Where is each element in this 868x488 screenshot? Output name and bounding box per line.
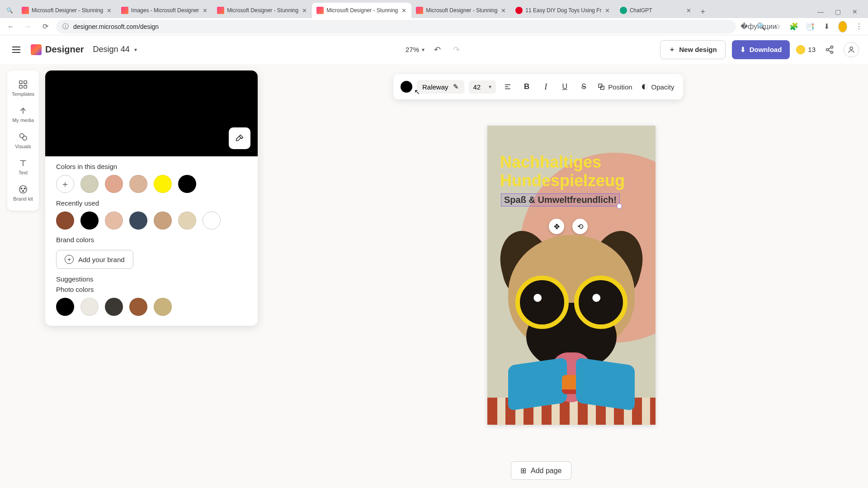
download-button[interactable]: ⬇ Download [732,40,790,59]
color-swatch[interactable] [105,211,123,230]
strikethrough-button[interactable]: S [576,80,591,94]
add-color-button[interactable]: ＋ [56,175,74,193]
close-icon[interactable]: ✕ [500,7,506,14]
zoom-dropdown[interactable]: 27% ▾ [406,46,425,53]
close-icon[interactable]: ✕ [202,7,208,14]
app-root: Designer Design 44 ▾ 27% ▾ ↶ ↷ ＋ New des… [0,35,868,488]
account-button[interactable] [844,42,859,57]
close-icon[interactable]: ✕ [604,7,611,14]
tab-search[interactable]: 🔍 [3,3,17,18]
rail-visuals[interactable]: Visuals [7,127,39,154]
color-swatch[interactable] [203,211,221,230]
heading-line: Nachhaltiges [500,153,601,171]
redo-button[interactable]: ↷ [450,43,462,56]
profile-avatar-icon[interactable] [838,21,847,33]
italic-button[interactable]: I [538,80,553,94]
new-design-label: New design [679,46,717,53]
designer-favicon-icon [416,7,423,14]
color-swatch[interactable] [129,175,147,193]
rail-brand-kit[interactable]: Brand kit [7,180,39,206]
design-canvas[interactable]: Nachhaltiges Hundespielzeug Spaß & Umwel… [487,126,656,425]
font-family-dropdown[interactable]: Raleway ✎ [417,80,464,94]
close-icon[interactable]: ✕ [301,7,307,14]
color-swatch[interactable] [154,211,172,230]
install-app-icon[interactable]: �функции [741,22,750,31]
browser-tab[interactable]: Images - Microsoft Designer✕ [117,3,212,18]
credits-indicator[interactable]: 13 [796,45,816,54]
browser-tab[interactable]: Microsoft Designer - Stunning✕ [212,3,312,18]
reading-list-icon[interactable]: 📑 [806,22,815,31]
font-size-dropdown[interactable]: 42 ▾ [469,80,496,94]
color-swatch[interactable] [129,298,147,316]
align-button[interactable] [500,80,515,94]
site-info-icon[interactable]: ⓘ [62,23,69,31]
minimize-icon[interactable]: — [816,8,825,15]
bookmark-icon[interactable]: ☆ [773,22,782,31]
reload-button[interactable]: ⟳ [39,20,52,33]
underline-button[interactable]: U [557,80,572,94]
color-swatch[interactable] [56,211,74,230]
close-window-icon[interactable]: ✕ [851,8,859,15]
rail-text[interactable]: Text [7,154,39,180]
extensions-icon[interactable]: 🧩 [789,22,798,31]
section-subtitle: Photo colors [56,286,247,293]
color-swatch[interactable] [105,175,123,193]
add-brand-button[interactable]: + Add your brand [56,250,133,269]
opacity-button[interactable]: Opacity [639,83,676,91]
kebab-menu-icon[interactable]: ⋮ [854,22,863,31]
forward-button[interactable]: → [22,20,34,33]
rail-templates[interactable]: Templates [7,75,39,101]
close-icon[interactable]: ✕ [401,7,407,14]
color-swatch[interactable] [105,298,123,316]
browser-tab[interactable]: Microsoft Designer - Stunning✕ [411,3,511,18]
canvas-heading[interactable]: Nachhaltiges Hundespielzeug [500,153,625,190]
rail-label: My media [12,117,34,123]
svg-point-13 [23,190,24,192]
url-field[interactable]: ⓘ designer.microsoft.com/design [56,20,736,33]
canvas-image[interactable] [487,217,656,425]
zoom-value: 27% [406,46,419,53]
maximize-icon[interactable]: ▢ [834,8,842,15]
color-swatch[interactable] [56,298,74,316]
add-page-button[interactable]: ⊞ Add page [511,461,571,480]
bold-button[interactable]: B [519,80,534,94]
downloads-icon[interactable]: ⬇ [822,22,831,31]
color-swatch[interactable] [80,211,99,230]
svg-rect-15 [601,86,604,90]
browser-tab[interactable]: Microsoft Designer - Stunning✕ [17,3,117,18]
resize-handle-icon[interactable] [617,203,622,209]
undo-button[interactable]: ↶ [431,43,443,56]
browser-tab[interactable]: 11 Easy DIY Dog Toys Using Fr✕ [511,3,615,18]
browser-tab[interactable]: ChatGPT✕ [615,3,697,18]
color-swatch[interactable] [80,175,99,193]
text-color-button[interactable] [401,81,412,93]
color-swatch[interactable] [129,211,147,230]
new-tab-button[interactable]: + [697,5,709,18]
svg-rect-7 [24,85,27,88]
menu-button[interactable] [9,42,24,57]
current-color-preview[interactable] [45,70,258,156]
position-button[interactable]: Position [595,83,634,91]
download-label: Download [750,46,782,53]
eyedropper-button[interactable] [229,127,250,149]
svg-point-12 [24,188,25,189]
design-name-dropdown[interactable]: Design 44 ▾ [93,45,137,54]
color-swatch[interactable] [154,175,172,193]
selected-text-box[interactable]: Spaß & Umweltfreundlich! [501,193,620,206]
color-swatch[interactable] [154,298,172,316]
browser-tab-active[interactable]: Microsoft Designer - Stunning✕ [312,3,411,18]
share-button[interactable] [822,42,837,57]
color-swatch[interactable] [80,298,99,316]
section-title: Recently used [56,199,247,207]
rail-my-media[interactable]: My media [7,101,39,127]
new-design-button[interactable]: ＋ New design [660,40,725,59]
brand[interactable]: Designer [31,44,84,55]
upload-icon [18,106,28,116]
zoom-icon[interactable]: 🔍 [757,22,766,31]
back-button[interactable]: ← [5,20,17,33]
svg-point-0 [831,46,833,48]
color-swatch[interactable] [178,175,196,193]
close-icon[interactable]: ✕ [106,7,112,14]
close-icon[interactable]: ✕ [686,7,692,14]
color-swatch[interactable] [178,211,196,230]
